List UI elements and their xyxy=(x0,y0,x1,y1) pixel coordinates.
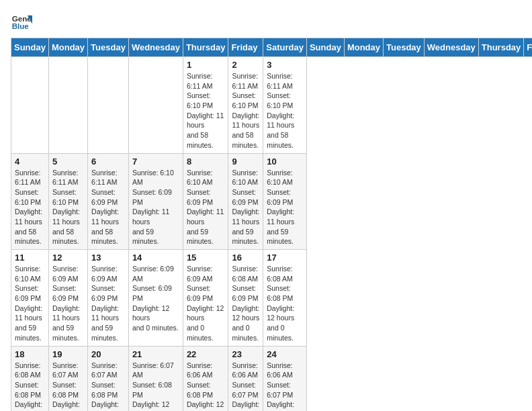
day-number: 8 xyxy=(187,156,225,167)
day-info: Sunrise: 6:09 AM Sunset: 6:09 PM Dayligh… xyxy=(132,264,179,333)
day-cell: 5Sunrise: 6:11 AM Sunset: 6:10 PM Daylig… xyxy=(48,153,87,250)
day-number: 17 xyxy=(267,253,303,263)
day-cell: 12Sunrise: 6:09 AM Sunset: 6:09 PM Dayli… xyxy=(48,250,87,347)
day-number: 1 xyxy=(187,60,225,70)
day-cell: 13Sunrise: 6:09 AM Sunset: 6:09 PM Dayli… xyxy=(88,250,129,347)
day-info: Sunrise: 6:09 AM Sunset: 6:09 PM Dayligh… xyxy=(91,264,125,343)
day-cell: 22Sunrise: 6:06 AM Sunset: 6:08 PM Dayli… xyxy=(183,346,228,411)
day-cell: 19Sunrise: 6:07 AM Sunset: 6:08 PM Dayli… xyxy=(48,346,87,411)
day-cell: 15Sunrise: 6:09 AM Sunset: 6:09 PM Dayli… xyxy=(183,250,228,347)
day-info: Sunrise: 6:11 AM Sunset: 6:10 PM Dayligh… xyxy=(232,71,259,150)
col-header-tuesday: Tuesday xyxy=(384,38,425,57)
day-cell: 18Sunrise: 6:08 AM Sunset: 6:08 PM Dayli… xyxy=(11,346,49,411)
day-info: Sunrise: 6:08 AM Sunset: 6:08 PM Dayligh… xyxy=(267,264,303,343)
day-cell: 11Sunrise: 6:10 AM Sunset: 6:09 PM Dayli… xyxy=(11,250,49,347)
day-info: Sunrise: 6:09 AM Sunset: 6:09 PM Dayligh… xyxy=(187,264,225,343)
day-cell: 10Sunrise: 6:10 AM Sunset: 6:09 PM Dayli… xyxy=(263,153,307,250)
day-cell: 8Sunrise: 6:10 AM Sunset: 6:09 PM Daylig… xyxy=(183,153,228,250)
day-cell: 23Sunrise: 6:06 AM Sunset: 6:07 PM Dayli… xyxy=(228,346,263,411)
day-info: Sunrise: 6:10 AM Sunset: 6:09 PM Dayligh… xyxy=(187,168,225,247)
day-info: Sunrise: 6:10 AM Sunset: 6:09 PM Dayligh… xyxy=(15,264,45,343)
col-header-tuesday: Tuesday xyxy=(88,38,129,57)
day-info: Sunrise: 6:07 AM Sunset: 6:08 PM Dayligh… xyxy=(91,361,125,412)
day-number: 18 xyxy=(15,349,45,359)
day-number: 7 xyxy=(132,156,179,167)
logo-icon: General Blue xyxy=(11,11,32,32)
day-number: 3 xyxy=(267,60,303,70)
day-info: Sunrise: 6:11 AM Sunset: 6:10 PM Dayligh… xyxy=(267,71,303,150)
calendar-header-row: SundayMondayTuesdayWednesdayThursdayFrid… xyxy=(11,38,533,57)
week-row-2: 4Sunrise: 6:11 AM Sunset: 6:10 PM Daylig… xyxy=(11,153,533,250)
week-row-3: 11Sunrise: 6:10 AM Sunset: 6:09 PM Dayli… xyxy=(11,250,533,347)
day-number: 6 xyxy=(91,156,125,167)
day-cell: 24Sunrise: 6:06 AM Sunset: 6:07 PM Dayli… xyxy=(263,346,307,411)
day-number: 20 xyxy=(91,349,125,359)
week-row-1: 1Sunrise: 6:11 AM Sunset: 6:10 PM Daylig… xyxy=(11,57,533,154)
day-cell xyxy=(128,57,183,154)
day-info: Sunrise: 6:11 AM Sunset: 6:10 PM Dayligh… xyxy=(52,168,84,247)
day-info: Sunrise: 6:11 AM Sunset: 6:10 PM Dayligh… xyxy=(187,71,225,150)
day-cell: 21Sunrise: 6:07 AM Sunset: 6:08 PM Dayli… xyxy=(128,346,183,411)
day-number: 4 xyxy=(15,156,45,167)
day-number: 13 xyxy=(91,253,125,263)
day-info: Sunrise: 6:06 AM Sunset: 6:08 PM Dayligh… xyxy=(187,361,225,412)
col-header-sunday: Sunday xyxy=(306,38,344,57)
col-header-friday: Friday xyxy=(524,38,532,57)
logo: General Blue xyxy=(11,11,32,32)
day-cell: 3Sunrise: 6:11 AM Sunset: 6:10 PM Daylig… xyxy=(263,57,307,154)
day-info: Sunrise: 6:09 AM Sunset: 6:09 PM Dayligh… xyxy=(52,264,84,343)
col-header-thursday: Thursday xyxy=(183,38,228,57)
svg-text:Blue: Blue xyxy=(12,22,30,30)
col-header-sunday: Sunday xyxy=(11,38,49,57)
day-info: Sunrise: 6:10 AM Sunset: 6:09 PM Dayligh… xyxy=(132,168,179,247)
day-number: 2 xyxy=(232,60,259,70)
col-header-wednesday: Wednesday xyxy=(128,38,183,57)
col-header-monday: Monday xyxy=(344,38,383,57)
day-cell: 16Sunrise: 6:08 AM Sunset: 6:09 PM Dayli… xyxy=(228,250,263,347)
day-number: 5 xyxy=(52,156,84,167)
day-number: 24 xyxy=(267,349,303,359)
day-number: 10 xyxy=(267,156,303,167)
day-cell xyxy=(11,57,49,154)
day-number: 19 xyxy=(52,349,84,359)
day-number: 21 xyxy=(132,349,179,359)
day-info: Sunrise: 6:08 AM Sunset: 6:08 PM Dayligh… xyxy=(15,361,45,412)
day-info: Sunrise: 6:07 AM Sunset: 6:08 PM Dayligh… xyxy=(132,361,179,412)
day-info: Sunrise: 6:06 AM Sunset: 6:07 PM Dayligh… xyxy=(232,361,259,412)
day-number: 16 xyxy=(232,253,259,263)
day-number: 12 xyxy=(52,253,84,263)
day-info: Sunrise: 6:10 AM Sunset: 6:09 PM Dayligh… xyxy=(267,168,303,247)
col-header-monday: Monday xyxy=(48,38,87,57)
day-cell xyxy=(88,57,129,154)
day-number: 11 xyxy=(15,253,45,263)
day-cell: 6Sunrise: 6:11 AM Sunset: 6:09 PM Daylig… xyxy=(88,153,129,250)
day-info: Sunrise: 6:11 AM Sunset: 6:09 PM Dayligh… xyxy=(91,168,125,247)
col-header-saturday: Saturday xyxy=(263,38,307,57)
day-number: 14 xyxy=(132,253,179,263)
week-row-4: 18Sunrise: 6:08 AM Sunset: 6:08 PM Dayli… xyxy=(11,346,533,411)
day-cell: 7Sunrise: 6:10 AM Sunset: 6:09 PM Daylig… xyxy=(128,153,183,250)
col-header-wednesday: Wednesday xyxy=(424,38,478,57)
day-info: Sunrise: 6:11 AM Sunset: 6:10 PM Dayligh… xyxy=(15,168,45,247)
page-header: General Blue xyxy=(11,11,521,32)
day-number: 23 xyxy=(232,349,259,359)
day-number: 22 xyxy=(187,349,225,359)
day-cell: 20Sunrise: 6:07 AM Sunset: 6:08 PM Dayli… xyxy=(88,346,129,411)
col-header-friday: Friday xyxy=(228,38,263,57)
day-info: Sunrise: 6:10 AM Sunset: 6:09 PM Dayligh… xyxy=(232,168,259,247)
day-cell: 2Sunrise: 6:11 AM Sunset: 6:10 PM Daylig… xyxy=(228,57,263,154)
day-number: 9 xyxy=(232,156,259,167)
day-cell: 9Sunrise: 6:10 AM Sunset: 6:09 PM Daylig… xyxy=(228,153,263,250)
calendar-table: SundayMondayTuesdayWednesdayThursdayFrid… xyxy=(11,38,532,411)
day-cell xyxy=(48,57,87,154)
day-cell: 17Sunrise: 6:08 AM Sunset: 6:08 PM Dayli… xyxy=(263,250,307,347)
day-info: Sunrise: 6:07 AM Sunset: 6:08 PM Dayligh… xyxy=(52,361,84,412)
day-number: 15 xyxy=(187,253,225,263)
day-cell: 14Sunrise: 6:09 AM Sunset: 6:09 PM Dayli… xyxy=(128,250,183,347)
col-header-thursday: Thursday xyxy=(478,38,524,57)
day-info: Sunrise: 6:06 AM Sunset: 6:07 PM Dayligh… xyxy=(267,361,303,412)
day-info: Sunrise: 6:08 AM Sunset: 6:09 PM Dayligh… xyxy=(232,264,259,343)
day-cell: 4Sunrise: 6:11 AM Sunset: 6:10 PM Daylig… xyxy=(11,153,49,250)
day-cell: 1Sunrise: 6:11 AM Sunset: 6:10 PM Daylig… xyxy=(183,57,228,154)
